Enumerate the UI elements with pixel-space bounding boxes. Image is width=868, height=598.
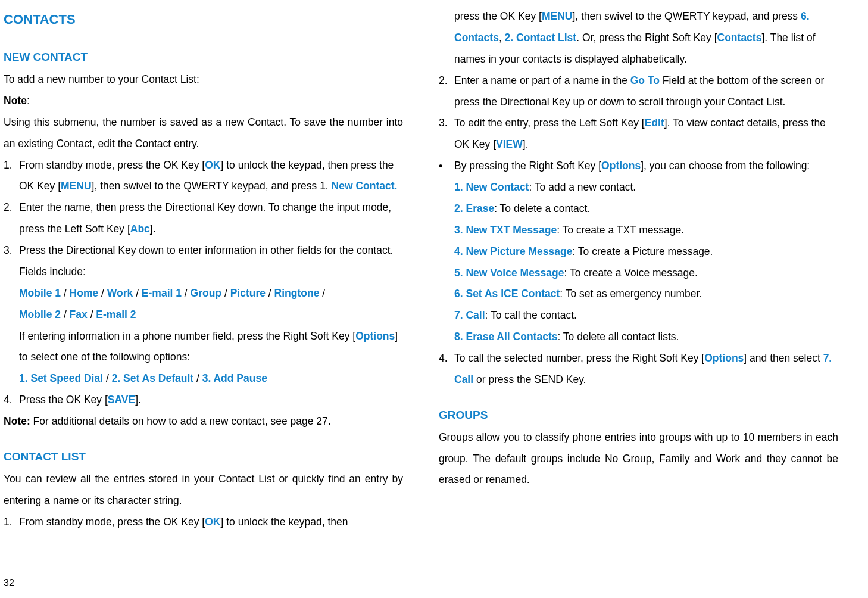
- note2: Note: For additional details on how to a…: [4, 411, 403, 432]
- menu-key: MENU: [61, 180, 92, 192]
- sep: /: [182, 287, 191, 299]
- step-number: 2.: [4, 197, 19, 240]
- note2-body: For additional details on how to add a n…: [30, 415, 331, 427]
- view-key: VIEW: [496, 138, 523, 150]
- opt-4: 4. New Picture Message: To create a Pict…: [454, 241, 838, 263]
- text: Press the Directional Key down to enter …: [19, 240, 403, 283]
- save-key: SAVE: [108, 394, 135, 406]
- options-intro: If entering information in a phone numbe…: [19, 326, 403, 369]
- cl-step-2: 2. Enter a name or part of a name in the…: [439, 70, 838, 113]
- opt-8: 8. Erase All Contacts: To delete all con…: [454, 326, 838, 348]
- sep: /: [88, 309, 96, 320]
- text: : To add a new contact.: [529, 181, 636, 193]
- text: ], you can choose from the following:: [641, 160, 810, 172]
- cl-step-4: 4. To call the selected number, press th…: [439, 348, 838, 391]
- field-email2: E-mail 2: [96, 309, 136, 320]
- sep: /: [266, 287, 274, 299]
- text: Enter the name, then press the Direction…: [19, 201, 391, 235]
- text: ], then swivel to the QWERTY keypad, and…: [92, 180, 332, 192]
- field-mobile2: Mobile 2: [19, 309, 61, 320]
- field-email1: E-mail 1: [142, 287, 182, 299]
- sep: /: [61, 309, 70, 320]
- fields-line-1: Mobile 1 / Home / Work / E-mail 1 / Grou…: [19, 283, 403, 304]
- opt-6: 6. Set As ICE Contact: To set as emergen…: [454, 284, 838, 305]
- sep: /: [221, 287, 230, 299]
- note-colon: :: [27, 95, 30, 107]
- text: : To delete all contact lists.: [557, 331, 679, 342]
- sep: /: [319, 287, 325, 299]
- text: To call the selected number, press the R…: [454, 352, 704, 364]
- ok-key: OK: [205, 159, 220, 171]
- abc-key: Abc: [130, 223, 150, 235]
- opt-voice: 5. New Voice Message: [454, 267, 564, 279]
- contacts-key: Contacts: [717, 32, 762, 43]
- opt-2: 2. Erase: To delete a contact.: [454, 198, 838, 220]
- text: From standby mode, press the OK Key [: [19, 159, 205, 171]
- text: If entering information in a phone numbe…: [19, 330, 355, 342]
- text: To edit the entry, press the Left Soft K…: [454, 117, 645, 129]
- field-work: Work: [107, 287, 133, 299]
- contacts-title: CONTACTS: [4, 6, 403, 33]
- step-body: Enter a name or part of a name in the Go…: [454, 70, 838, 113]
- opt-3: 3. New TXT Message: To create a TXT mess…: [454, 220, 838, 241]
- text: ].: [150, 223, 156, 235]
- opt-erase-all: 8. Erase All Contacts: [454, 331, 557, 342]
- step-body: Press the OK Key [SAVE].: [19, 390, 403, 411]
- step-number: 2.: [439, 70, 454, 113]
- text: ], then swivel to the QWERTY keypad, and…: [572, 10, 801, 22]
- contact-list-heading: CONTACT LIST: [4, 446, 403, 469]
- opt-default: 2. Set As Default: [112, 372, 193, 384]
- nc-step-4: 4. Press the OK Key [SAVE].: [4, 390, 403, 411]
- text: : To set as emergency number.: [560, 288, 702, 300]
- sep: /: [103, 372, 112, 384]
- text: From standby mode, press the OK Key [: [19, 516, 205, 528]
- text: . Or, press the Right Soft Key [: [576, 32, 717, 43]
- contact-list-intro: You can review all the entries stored in…: [4, 469, 403, 512]
- field-fax: Fax: [70, 309, 88, 320]
- options-key: Options: [704, 352, 744, 364]
- text: Press the OK Key [: [19, 394, 108, 406]
- menu-key: MENU: [542, 10, 573, 22]
- text: ].: [135, 394, 141, 406]
- text: By pressing the Right Soft Key [: [454, 160, 601, 172]
- step-body: Press the Directional Key down to enter …: [19, 240, 403, 390]
- step-body: Enter the name, then press the Direction…: [19, 197, 403, 240]
- text: : To create a Picture message.: [572, 245, 713, 257]
- note-label: Note: [4, 95, 27, 107]
- bullet-intro: By pressing the Right Soft Key [Options]…: [454, 155, 838, 177]
- sep: /: [61, 287, 70, 299]
- field-picture: Picture: [230, 287, 266, 299]
- step-number: 4.: [4, 390, 19, 411]
- new-contact-heading: NEW CONTACT: [4, 46, 403, 69]
- note-line: Note:: [4, 91, 403, 112]
- note-body: Using this submenu, the number is saved …: [4, 112, 403, 155]
- new-contact-option: New Contact.: [332, 180, 398, 192]
- opt-new-contact: 1. New Contact: [454, 181, 529, 193]
- options-key: Options: [601, 160, 641, 172]
- opt-speed-dial: 1. Set Speed Dial: [19, 372, 103, 384]
- two-contact-list: 2. Contact List: [505, 32, 577, 43]
- goto-field: Go To: [630, 74, 660, 86]
- page-container: CONTACTS NEW CONTACT To add a new number…: [0, 0, 868, 532]
- ok-key: OK: [205, 516, 220, 528]
- text: : To create a Voice message.: [564, 267, 698, 279]
- opt-call: 7. Call: [454, 309, 485, 321]
- opt-7: 7. Call: To call the contact.: [454, 305, 838, 326]
- note2-label: Note:: [4, 415, 30, 427]
- step-body: From standby mode, press the OK Key [OK]…: [19, 512, 403, 533]
- text: press the OK Key [: [454, 10, 542, 22]
- bullet-icon: •: [439, 155, 454, 348]
- field-home: Home: [70, 287, 99, 299]
- text: : To create a TXT message.: [557, 224, 684, 236]
- groups-body: Groups allow you to classify phone entri…: [439, 427, 838, 491]
- right-column: press the OK Key [MENU], then swivel to …: [439, 6, 838, 532]
- cl-step-1: 1. From standby mode, press the OK Key […: [4, 512, 403, 533]
- opt-pause: 3. Add Pause: [202, 372, 267, 384]
- bullet-body: By pressing the Right Soft Key [Options]…: [454, 155, 838, 348]
- text: or press the SEND Key.: [473, 373, 586, 385]
- step-number: 3.: [439, 113, 454, 155]
- text: Enter a name or part of a name in the: [454, 74, 630, 86]
- options-bullet: • By pressing the Right Soft Key [Option…: [439, 155, 838, 348]
- options-list: 1. Set Speed Dial / 2. Set As Default / …: [19, 368, 403, 390]
- text: : To call the contact.: [485, 309, 577, 321]
